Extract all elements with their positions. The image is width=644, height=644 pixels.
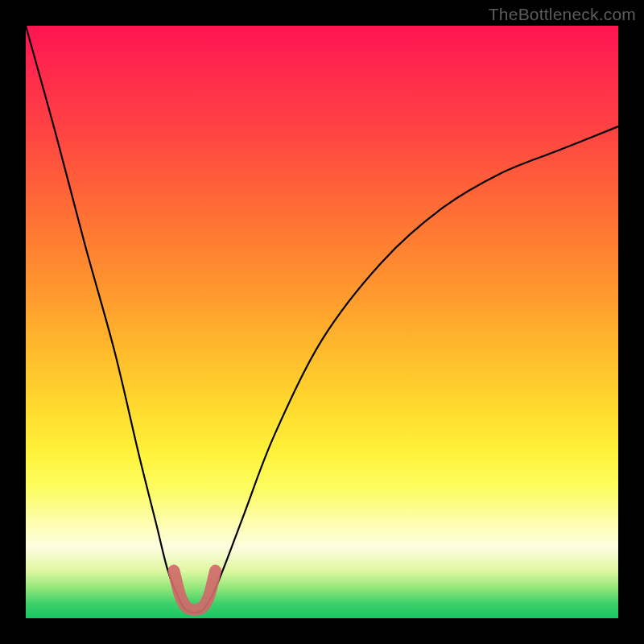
chart-frame: TheBottleneck.com (0, 0, 644, 644)
plot-area (26, 26, 618, 618)
bottleneck-curve (26, 26, 618, 613)
watermark-text: TheBottleneck.com (489, 5, 636, 24)
curve-layer (26, 26, 618, 618)
optimum-marker (174, 571, 216, 609)
